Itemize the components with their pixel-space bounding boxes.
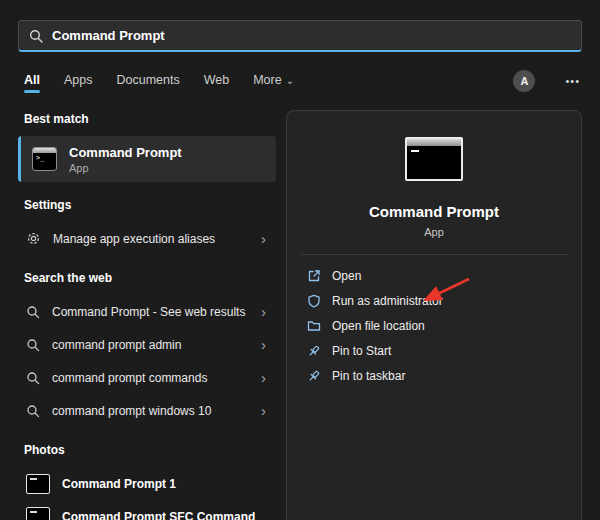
action-pin-to-start[interactable]: Pin to Start: [301, 338, 567, 363]
settings-result-label: Manage app execution aliases: [53, 232, 249, 246]
best-match-title: Command Prompt: [69, 145, 182, 160]
action-label: Pin to Start: [332, 344, 391, 358]
settings-result-item[interactable]: Manage app execution aliases ›: [18, 222, 276, 255]
tab-documents[interactable]: Documents: [116, 73, 179, 93]
search-icon: [26, 371, 40, 385]
tab-web[interactable]: Web: [204, 73, 229, 93]
tab-more[interactable]: More⌄: [253, 73, 294, 93]
open-icon: [307, 269, 321, 283]
results-area: Best match Command Prompt App Settings M…: [18, 104, 582, 520]
tab-apps[interactable]: Apps: [64, 73, 93, 93]
web-result-label: command prompt admin: [52, 338, 249, 352]
chevron-right-icon: ›: [261, 403, 268, 418]
chevron-right-icon: ›: [261, 370, 268, 385]
web-result-item[interactable]: command prompt commands ›: [18, 361, 276, 394]
folder-icon: [307, 319, 321, 333]
command-prompt-icon-large: [405, 137, 463, 181]
web-result-item[interactable]: command prompt admin ›: [18, 328, 276, 361]
photo-thumbnail-icon: [26, 474, 50, 494]
preview-subtitle: App: [424, 226, 444, 238]
gear-icon: [26, 231, 41, 246]
photo-result-item[interactable]: Command Prompt SFC Command: [18, 500, 276, 520]
pin-icon: [307, 369, 321, 383]
search-icon: [29, 29, 43, 43]
start-search-flyout: All Apps Documents Web More⌄ A ••• Best …: [0, 0, 600, 520]
action-label: Pin to taskbar: [332, 369, 405, 383]
action-pin-to-taskbar[interactable]: Pin to taskbar: [301, 363, 567, 388]
action-label: Run as administrator: [332, 294, 443, 308]
user-avatar[interactable]: A: [513, 70, 535, 92]
best-match-subtitle: App: [69, 162, 182, 174]
chevron-right-icon: ›: [261, 231, 268, 246]
photo-thumbnail-icon: [26, 507, 50, 520]
shield-icon: [307, 294, 321, 308]
pin-icon: [307, 344, 321, 358]
action-open-file-location[interactable]: Open file location: [301, 313, 567, 338]
section-heading-photos: Photos: [24, 443, 276, 457]
web-result-label: command prompt windows 10: [52, 404, 249, 418]
preview-title: Command Prompt: [369, 203, 499, 220]
more-options-icon[interactable]: •••: [565, 75, 580, 87]
web-result-label: Command Prompt - See web results: [52, 305, 249, 319]
photo-result-label: Command Prompt 1: [62, 477, 268, 491]
section-heading-best-match: Best match: [24, 112, 276, 126]
chevron-right-icon: ›: [261, 304, 268, 319]
search-icon: [26, 404, 40, 418]
action-run-as-administrator[interactable]: Run as administrator: [301, 288, 567, 313]
action-label: Open: [332, 269, 361, 283]
tab-all[interactable]: All: [24, 73, 40, 93]
web-result-item[interactable]: command prompt windows 10 ›: [18, 394, 276, 427]
best-match-item[interactable]: Command Prompt App: [18, 136, 276, 182]
search-input[interactable]: [52, 28, 571, 43]
search-icon: [26, 338, 40, 352]
chevron-down-icon: ⌄: [286, 75, 294, 86]
action-open[interactable]: Open: [301, 263, 567, 288]
action-label: Open file location: [332, 319, 425, 333]
command-prompt-icon: [32, 147, 57, 171]
filter-tabs: All Apps Documents Web More⌄ A •••: [24, 70, 582, 96]
photo-result-label: Command Prompt SFC Command: [62, 510, 268, 520]
action-list: Open Run as administrator Open file loca…: [287, 255, 581, 388]
search-icon: [26, 305, 40, 319]
section-heading-web: Search the web: [24, 271, 276, 285]
selection-accent-bar: [18, 136, 21, 182]
results-column: Best match Command Prompt App Settings M…: [18, 104, 276, 520]
web-result-item[interactable]: Command Prompt - See web results ›: [18, 295, 276, 328]
photo-result-item[interactable]: Command Prompt 1: [18, 467, 276, 500]
chevron-right-icon: ›: [261, 337, 268, 352]
section-heading-settings: Settings: [24, 198, 276, 212]
web-result-label: command prompt commands: [52, 371, 249, 385]
preview-panel: Command Prompt App Open Run as adm: [286, 110, 582, 520]
search-bar[interactable]: [18, 20, 582, 52]
